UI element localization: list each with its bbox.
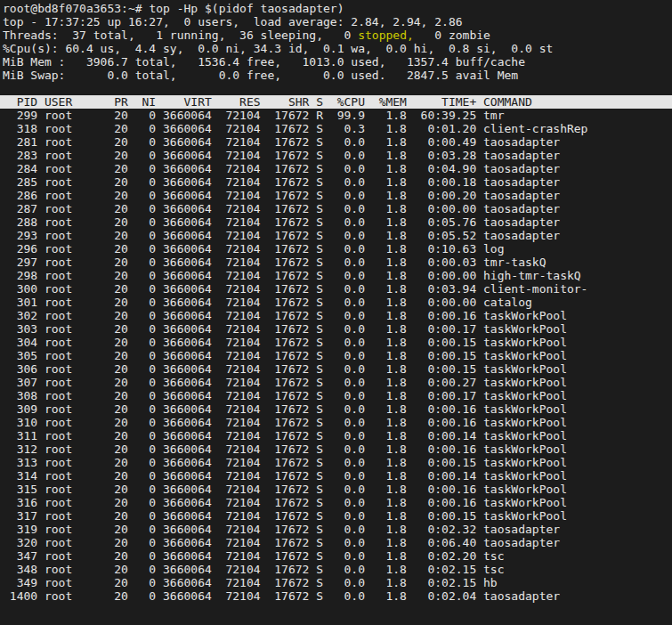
process-row: 283 root 20 0 3660064 72104 17672 S 0.0 … [0,149,672,162]
process-row: 293 root 20 0 3660064 72104 17672 S 0.0 … [0,229,672,242]
process-table: 299 root 20 0 3660064 72104 17672 R 99.9… [0,109,672,603]
process-row: 301 root 20 0 3660064 72104 17672 S 0.0 … [0,296,672,309]
process-row: 305 root 20 0 3660064 72104 17672 S 0.0 … [0,349,672,362]
process-row: 297 root 20 0 3660064 72104 17672 S 0.0 … [0,256,672,269]
process-row: 300 root 20 0 3660064 72104 17672 S 0.0 … [0,282,672,296]
process-row: 287 root 20 0 3660064 72104 17672 S 0.0 … [0,202,672,215]
top-mem-line: MiB Mem : 3906.7 total, 1536.4 free, 101… [0,55,672,69]
stopped-highlight: stopped, [358,28,414,42]
shell-prompt: root@bd8f070a3653:~# [3,2,149,15]
process-row: 310 root 20 0 3660064 72104 17672 S 0.0 … [0,416,672,429]
process-row: 347 root 20 0 3660064 72104 17672 S 0.0 … [0,549,672,563]
process-row: 306 root 20 0 3660064 72104 17672 S 0.0 … [0,362,672,376]
process-row: 349 root 20 0 3660064 72104 17672 S 0.0 … [0,576,672,589]
process-row: 309 root 20 0 3660064 72104 17672 S 0.0 … [0,402,672,416]
process-row: 303 root 20 0 3660064 72104 17672 S 0.0 … [0,322,672,336]
top-threads-line: Threads: 37 total, 1 running, 36 sleepin… [0,28,672,42]
top-uptime-line: top - 17:37:25 up 16:27, 0 users, load a… [0,15,672,28]
process-row: 315 root 20 0 3660064 72104 17672 S 0.0 … [0,483,672,496]
top-cpu-line: %Cpu(s): 60.4 us, 4.4 sy, 0.0 ni, 34.3 i… [0,42,672,55]
blank-line [0,82,672,95]
shell-prompt-line: root@bd8f070a3653:~# top -Hp $(pidof tao… [0,2,672,15]
process-row: 1400 root 20 0 3660064 72104 17672 S 0.0… [0,589,672,603]
process-row: 286 root 20 0 3660064 72104 17672 S 0.0 … [0,189,672,202]
process-row: 308 root 20 0 3660064 72104 17672 S 0.0 … [0,389,672,402]
process-row: 311 root 20 0 3660064 72104 17672 S 0.0 … [0,429,672,442]
process-row: 304 root 20 0 3660064 72104 17672 S 0.0 … [0,336,672,349]
process-row: 281 root 20 0 3660064 72104 17672 S 0.0 … [0,135,672,149]
process-row: 319 root 20 0 3660064 72104 17672 S 0.0 … [0,523,672,536]
process-row: 320 root 20 0 3660064 72104 17672 S 0.0 … [0,536,672,549]
process-row: 318 root 20 0 3660064 72104 17672 S 0.3 … [0,122,672,135]
process-row: 302 root 20 0 3660064 72104 17672 S 0.0 … [0,309,672,322]
process-row: 288 root 20 0 3660064 72104 17672 S 0.0 … [0,215,672,229]
process-row: 296 root 20 0 3660064 72104 17672 S 0.0 … [0,242,672,256]
process-row: 316 root 20 0 3660064 72104 17672 S 0.0 … [0,496,672,509]
process-row: 314 root 20 0 3660064 72104 17672 S 0.0 … [0,469,672,483]
shell-command: top -Hp $(pidof taosadapter) [149,2,344,15]
terminal-window[interactable]: root@bd8f070a3653:~# top -Hp $(pidof tao… [0,0,672,625]
process-row: 317 root 20 0 3660064 72104 17672 S 0.0 … [0,509,672,523]
process-row: 299 root 20 0 3660064 72104 17672 R 99.9… [0,109,672,122]
process-row: 298 root 20 0 3660064 72104 17672 S 0.0 … [0,269,672,282]
process-row: 285 root 20 0 3660064 72104 17672 S 0.0 … [0,175,672,189]
process-row: 348 root 20 0 3660064 72104 17672 S 0.0 … [0,563,672,576]
threads-stats: Threads: 37 total, 1 running, 36 sleepin… [3,28,358,42]
process-row: 284 root 20 0 3660064 72104 17672 S 0.0 … [0,162,672,175]
process-row: 313 root 20 0 3660064 72104 17672 S 0.0 … [0,456,672,469]
zombie-stats: 0 zombie [414,28,490,42]
process-table-header: PID USER PR NI VIRT RES SHR S %CPU %MEM … [0,95,672,109]
process-row: 312 root 20 0 3660064 72104 17672 S 0.0 … [0,442,672,456]
top-swap-line: MiB Swap: 0.0 total, 0.0 free, 0.0 used.… [0,69,672,82]
process-row: 307 root 20 0 3660064 72104 17672 S 0.0 … [0,376,672,389]
